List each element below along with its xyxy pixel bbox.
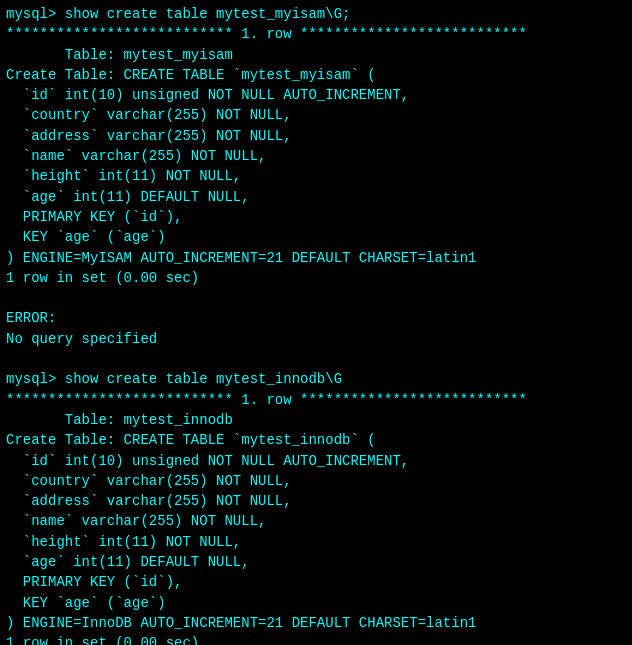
terminal-line-23: `country` varchar(255) NOT NULL, [6, 471, 626, 491]
terminal-line-28: PRIMARY KEY (`id`), [6, 572, 626, 592]
terminal-line-24: `address` varchar(255) NOT NULL, [6, 491, 626, 511]
terminal-line-21: Create Table: CREATE TABLE `mytest_innod… [6, 430, 626, 450]
terminal-line-16: No query specified [6, 329, 626, 349]
terminal-line-30: ) ENGINE=InnoDB AUTO_INCREMENT=21 DEFAUL… [6, 613, 626, 633]
terminal-line-31: 1 row in set (0.00 sec) [6, 633, 626, 645]
terminal-line-27: `age` int(11) DEFAULT NULL, [6, 552, 626, 572]
terminal-output: mysql> show create table mytest_myisam\G… [6, 4, 626, 645]
terminal-line-25: `name` varchar(255) NOT NULL, [6, 511, 626, 531]
terminal-line-20: Table: mytest_innodb [6, 410, 626, 430]
terminal-line-11: KEY `age` (`age`) [6, 227, 626, 247]
terminal-line-9: `age` int(11) DEFAULT NULL, [6, 187, 626, 207]
terminal-line-22: `id` int(10) unsigned NOT NULL AUTO_INCR… [6, 451, 626, 471]
terminal-line-3: Create Table: CREATE TABLE `mytest_myisa… [6, 65, 626, 85]
terminal-line-0: mysql> show create table mytest_myisam\G… [6, 4, 626, 24]
terminal-line-1: *************************** 1. row *****… [6, 24, 626, 44]
terminal-line-17 [6, 349, 626, 369]
terminal-line-13: 1 row in set (0.00 sec) [6, 268, 626, 288]
terminal-line-19: *************************** 1. row *****… [6, 390, 626, 410]
terminal-line-15: ERROR: [6, 308, 626, 328]
terminal-line-5: `country` varchar(255) NOT NULL, [6, 105, 626, 125]
terminal-line-29: KEY `age` (`age`) [6, 593, 626, 613]
terminal-line-6: `address` varchar(255) NOT NULL, [6, 126, 626, 146]
terminal-line-18: mysql> show create table mytest_innodb\G [6, 369, 626, 389]
terminal-line-8: `height` int(11) NOT NULL, [6, 166, 626, 186]
terminal-line-4: `id` int(10) unsigned NOT NULL AUTO_INCR… [6, 85, 626, 105]
terminal-line-10: PRIMARY KEY (`id`), [6, 207, 626, 227]
terminal-line-2: Table: mytest_myisam [6, 45, 626, 65]
terminal-line-7: `name` varchar(255) NOT NULL, [6, 146, 626, 166]
terminal-line-26: `height` int(11) NOT NULL, [6, 532, 626, 552]
terminal-line-14 [6, 288, 626, 308]
terminal-line-12: ) ENGINE=MyISAM AUTO_INCREMENT=21 DEFAUL… [6, 248, 626, 268]
